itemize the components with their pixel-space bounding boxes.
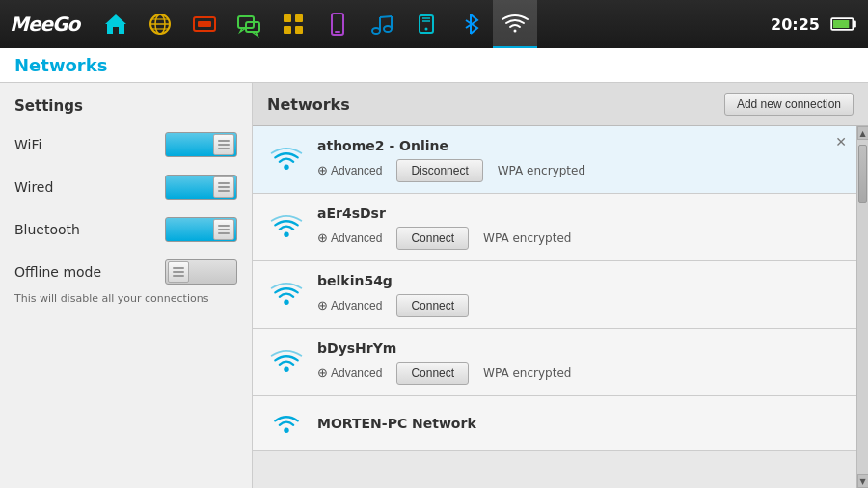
network-item-bDysHrYm: bDysHrYm Advanced Connect WPA encrypted	[253, 329, 856, 396]
network-item-mortenpc: MORTEN-PC Network	[253, 396, 856, 451]
encryption-label-aEr4sDsr: WPA encrypted	[483, 231, 571, 245]
bluetooth-taskbar-icon[interactable]	[448, 0, 493, 48]
advanced-button-athome2[interactable]: Advanced	[317, 163, 382, 177]
bluetooth-toggle[interactable]	[165, 217, 237, 242]
networks-list: athome2 - Online Advanced Disconnect WPA…	[253, 126, 856, 488]
network-actions-aEr4sDsr: Advanced Connect WPA encrypted	[317, 227, 842, 250]
network-actions-bDysHrYm: Advanced Connect WPA encrypted	[317, 362, 842, 385]
svg-point-15	[372, 28, 380, 34]
svg-rect-9	[284, 14, 291, 22]
wifi-signal-icon-aEr4sDsr	[267, 208, 306, 247]
scroll-track	[857, 140, 868, 474]
toggle-line	[218, 144, 230, 146]
scroll-thumb[interactable]	[858, 145, 867, 203]
wired-setting-row: Wired	[14, 175, 237, 200]
svg-point-30	[284, 366, 288, 371]
device-taskbar-icon[interactable]	[404, 0, 448, 48]
network-info-athome2: athome2 - Online Advanced Disconnect WPA…	[317, 138, 842, 182]
wifi-toggle[interactable]	[165, 132, 237, 157]
encryption-label-bDysHrYm: WPA encrypted	[483, 366, 571, 380]
bluetooth-toggle-knob	[213, 219, 234, 240]
svg-rect-26	[833, 20, 849, 28]
advanced-button-belkin54g[interactable]: Advanced	[317, 298, 382, 312]
networks-panel-title: Networks	[267, 95, 350, 114]
media-taskbar-icon[interactable]	[182, 0, 227, 48]
wifi-toggle-knob	[213, 134, 234, 155]
advanced-button-aEr4sDsr[interactable]: Advanced	[317, 230, 382, 245]
disconnect-button-athome2[interactable]: Disconnect	[396, 159, 482, 182]
network-name-bDysHrYm: bDysHrYm	[317, 340, 842, 356]
chat-taskbar-icon[interactable]	[227, 0, 271, 48]
toggle-line	[218, 186, 230, 188]
phone-taskbar-icon[interactable]	[315, 0, 360, 48]
toggle-lines	[218, 182, 230, 192]
svg-rect-6	[198, 21, 211, 27]
advanced-button-bDysHrYm[interactable]: Advanced	[317, 366, 382, 380]
toggle-line	[218, 148, 230, 149]
connect-button-aEr4sDsr[interactable]: Connect	[396, 227, 469, 250]
connect-button-bDysHrYm[interactable]: Connect	[396, 362, 469, 385]
wifi-signal-icon-belkin54g	[267, 276, 306, 314]
wifi-signal-icon-bDysHrYm	[267, 343, 306, 382]
toggle-line	[173, 271, 184, 273]
svg-rect-10	[295, 14, 303, 22]
network-item-belkin54g: belkin54g Advanced Connect	[253, 261, 856, 329]
svg-rect-12	[295, 26, 303, 34]
svg-point-28	[284, 231, 288, 236]
scroll-down-arrow[interactable]: ▼	[857, 474, 869, 488]
network-name-athome2: athome2 - Online	[317, 138, 842, 153]
wifi-setting-row: WiFi	[14, 132, 237, 157]
page-title-bar: Networks	[0, 48, 868, 83]
network-name-mortenpc: MORTEN-PC Network	[317, 416, 842, 431]
wifi-signal-icon-mortenpc	[267, 404, 306, 443]
offline-label: Offline mode	[14, 264, 101, 280]
svg-rect-11	[284, 26, 291, 34]
settings-sidebar: Settings WiFi Wired	[0, 83, 253, 488]
bluetooth-label: Bluetooth	[14, 222, 80, 237]
offline-note: This will disable all your connections	[14, 292, 237, 305]
network-info-mortenpc: MORTEN-PC Network	[317, 416, 842, 431]
network-item-aEr4sDsr: aEr4sDsr Advanced Connect WPA encrypted	[253, 194, 856, 261]
svg-point-16	[384, 26, 392, 32]
clock: 20:25	[761, 15, 829, 34]
wifi-label: WiFi	[14, 137, 41, 152]
svg-point-23	[425, 28, 428, 31]
encryption-label-athome2: WPA encrypted	[498, 164, 585, 177]
toggle-line	[218, 182, 230, 184]
toggle-line	[218, 190, 230, 192]
toggle-line	[218, 232, 230, 234]
apps-taskbar-icon[interactable]	[271, 0, 315, 48]
networks-header: Networks Add new connection	[253, 83, 868, 126]
scroll-up-arrow[interactable]: ▲	[857, 126, 869, 140]
globe-taskbar-icon[interactable]	[138, 0, 182, 48]
toggle-line	[218, 229, 230, 230]
wired-label: Wired	[14, 179, 53, 195]
network-info-belkin54g: belkin54g Advanced Connect	[317, 273, 842, 317]
wired-toggle[interactable]	[165, 175, 237, 200]
toggle-lines	[218, 140, 230, 149]
network-info-bDysHrYm: bDysHrYm Advanced Connect WPA encrypted	[317, 340, 842, 385]
wifi-taskbar-icon[interactable]	[493, 0, 537, 48]
close-button-athome2[interactable]: ✕	[835, 134, 847, 149]
home-taskbar-icon[interactable]	[94, 0, 138, 48]
add-new-connection-button[interactable]: Add new connection	[724, 93, 854, 116]
network-info-aEr4sDsr: aEr4sDsr Advanced Connect WPA encrypted	[317, 205, 842, 250]
network-item-athome2: athome2 - Online Advanced Disconnect WPA…	[253, 126, 856, 194]
svg-rect-25	[853, 21, 856, 28]
offline-setting-row: Offline mode	[14, 259, 237, 285]
music-taskbar-icon[interactable]	[360, 0, 404, 48]
sidebar-title: Settings	[14, 97, 237, 115]
wired-toggle-knob	[213, 176, 234, 198]
connect-button-belkin54g[interactable]: Connect	[396, 294, 469, 317]
toggle-line	[218, 225, 230, 227]
page-title: Networks	[14, 55, 107, 75]
network-actions-athome2: Advanced Disconnect WPA encrypted	[317, 159, 842, 182]
network-actions-belkin54g: Advanced Connect	[317, 294, 842, 317]
network-name-aEr4sDsr: aEr4sDsr	[317, 205, 842, 221]
taskbar: MeeGo	[0, 0, 868, 48]
networks-scroll-area: athome2 - Online Advanced Disconnect WPA…	[253, 126, 868, 488]
offline-toggle[interactable]	[165, 259, 237, 285]
toggle-line	[218, 140, 230, 142]
toggle-lines	[218, 225, 230, 234]
content-area: Settings WiFi Wired	[0, 83, 868, 488]
